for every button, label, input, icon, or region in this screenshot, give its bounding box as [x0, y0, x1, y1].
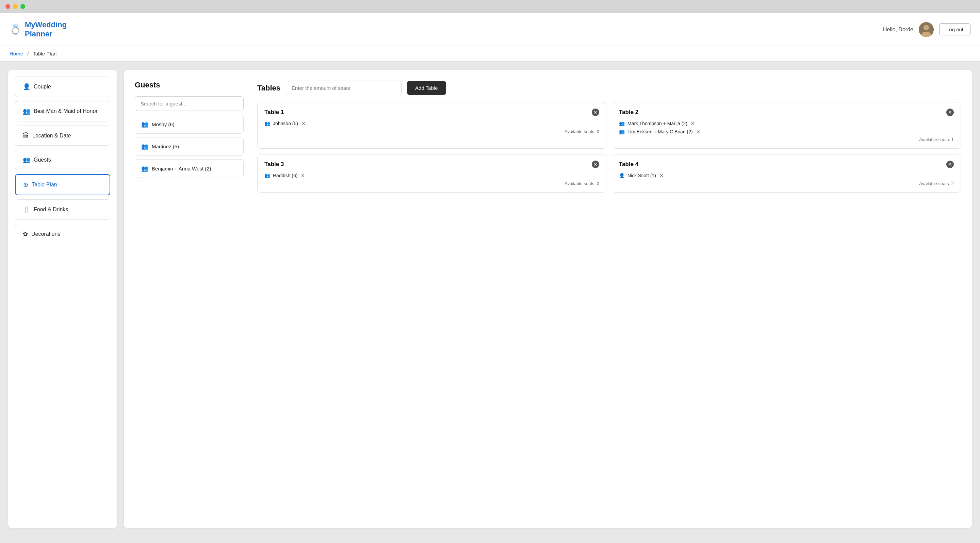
- table-1-guest-label-0: Johnson (5): [273, 121, 298, 126]
- tables-section: Tables Add Table Table 1 ✕ 👥 Johnson (5): [257, 81, 961, 192]
- table-3-header: Table 3 ✕: [264, 160, 599, 168]
- table-4-guest-label-0: Nick Scott (1): [627, 173, 656, 178]
- table-2-guest-remove-1[interactable]: ✕: [696, 129, 700, 134]
- table-2-guest-row-0: 👥 Mark Thompson + Marija (2) ✕: [619, 121, 954, 126]
- best-man-icon: 👥: [23, 108, 30, 115]
- location-icon: 🏛: [23, 132, 29, 139]
- sidebar-item-table-plan[interactable]: ⊕ Table Plan: [15, 174, 110, 195]
- window-maximize-button[interactable]: [21, 4, 25, 9]
- guest-label-0: Mosby (6): [152, 121, 175, 127]
- add-table-button[interactable]: Add Table: [407, 81, 446, 95]
- guests-section: Guests 👥 Mosby (6) 👥 Martinez (5) 👥 Benj…: [135, 81, 243, 192]
- guest-search-input[interactable]: [135, 96, 243, 111]
- header-right: Hello, Đorđe Log out: [883, 22, 970, 37]
- tables-grid: Table 1 ✕ 👥 Johnson (5) ✕ Available seat…: [257, 102, 961, 192]
- logo-icon: 💍: [10, 24, 21, 35]
- table-2-remove-button[interactable]: ✕: [946, 108, 954, 116]
- content-grid: Guests 👥 Mosby (6) 👥 Martinez (5) 👥 Benj…: [135, 81, 961, 192]
- breadcrumb-separator: /: [27, 51, 29, 57]
- table-2-guest-remove-0[interactable]: ✕: [691, 121, 695, 126]
- table-4-guest-row-0: 👤 Nick Scott (1) ✕: [619, 173, 954, 178]
- sidebar-item-couple-label: Couple: [34, 84, 51, 90]
- table-card-4: Table 4 ✕ 👤 Nick Scott (1) ✕ Available s…: [612, 154, 961, 192]
- table-2-guest-label-0: Mark Thompson + Marija (2): [627, 121, 687, 126]
- guest-item-benjamin[interactable]: 👥 Benjamin + Anna West (2): [135, 159, 243, 178]
- sidebar-item-table-plan-label: Table Plan: [32, 182, 57, 188]
- app-header: 💍 MyWedding Planner Hello, Đorđe Log out: [0, 13, 980, 46]
- table-3-guest-icon-0: 👥: [264, 173, 270, 178]
- decorations-icon: ✿: [23, 230, 28, 238]
- logout-button[interactable]: Log out: [939, 24, 970, 35]
- sidebar-item-guests-label: Guests: [34, 157, 51, 163]
- sidebar-item-decorations-label: Decorations: [31, 231, 60, 237]
- tables-header: Tables Add Table: [257, 81, 961, 95]
- table-1-name: Table 1: [264, 109, 284, 116]
- table-2-guest-icon-0: 👥: [619, 121, 625, 126]
- table-3-name: Table 3: [264, 161, 284, 168]
- breadcrumb: Home / Table Plan: [0, 46, 980, 62]
- table-2-header: Table 2 ✕: [619, 108, 954, 116]
- sidebar-item-location[interactable]: 🏛 Location & Date: [15, 125, 110, 146]
- window-minimize-button[interactable]: [13, 4, 18, 9]
- couple-icon: 👤: [23, 83, 30, 90]
- table-1-available-seats: Available seats: 0: [264, 129, 599, 134]
- table-card-1: Table 1 ✕ 👥 Johnson (5) ✕ Available seat…: [257, 102, 606, 149]
- logo: 💍 MyWedding Planner: [10, 21, 67, 38]
- sidebar-item-best-man-label: Best Man & Maid of Honor: [34, 108, 98, 114]
- table-4-guest-icon-0: 👤: [619, 173, 625, 178]
- table-2-guest-icon-1: 👥: [619, 129, 625, 134]
- table-1-remove-button[interactable]: ✕: [592, 108, 599, 116]
- table-card-2: Table 2 ✕ 👥 Mark Thompson + Marija (2) ✕…: [612, 102, 961, 149]
- table-2-guest-label-1: Tim Eriksen + Mary O'Brian (2): [627, 129, 693, 134]
- seats-amount-input[interactable]: [286, 81, 401, 95]
- sidebar-item-food[interactable]: 🍴 Food & Drinks: [15, 199, 110, 220]
- main-wrapper: 👤 Couple 👥 Best Man & Maid of Honor 🏛 Lo…: [0, 62, 980, 537]
- table-3-guest-label-0: Haddish (6): [273, 173, 298, 178]
- tables-title: Tables: [257, 84, 280, 92]
- table-4-header: Table 4 ✕: [619, 160, 954, 168]
- sidebar-item-decorations[interactable]: ✿ Decorations: [15, 224, 110, 244]
- table-1-guest-remove-0[interactable]: ✕: [301, 121, 305, 126]
- sidebar-item-guests[interactable]: 👥 Guests: [15, 150, 110, 170]
- guest-label-2: Benjamin + Anna West (2): [152, 166, 211, 171]
- table-3-available-seats: Available seats: 0: [264, 181, 599, 186]
- food-icon: 🍴: [23, 206, 30, 213]
- table-3-guest-row-0: 👥 Haddish (6) ✕: [264, 173, 599, 178]
- sidebar-item-couple[interactable]: 👤 Couple: [15, 76, 110, 97]
- sidebar: 👤 Couple 👥 Best Man & Maid of Honor 🏛 Lo…: [8, 70, 117, 529]
- sidebar-item-best-man[interactable]: 👥 Best Man & Maid of Honor: [15, 101, 110, 121]
- sidebar-item-food-label: Food & Drinks: [34, 206, 68, 213]
- table-4-guest-remove-0[interactable]: ✕: [659, 173, 663, 178]
- main-panel: Guests 👥 Mosby (6) 👥 Martinez (5) 👥 Benj…: [124, 70, 972, 529]
- avatar: [919, 22, 934, 37]
- table-1-guest-row-0: 👥 Johnson (5) ✕: [264, 121, 599, 126]
- guests-icon: 👥: [23, 156, 30, 164]
- table-1-guest-icon-0: 👥: [264, 121, 270, 126]
- table-2-guest-row-1: 👥 Tim Eriksen + Mary O'Brian (2) ✕: [619, 129, 954, 134]
- table-4-available-seats: Available seats: 2: [619, 181, 954, 186]
- guest-item-martinez[interactable]: 👥 Martinez (5): [135, 137, 243, 156]
- table-1-header: Table 1 ✕: [264, 108, 599, 116]
- guests-title: Guests: [135, 81, 243, 89]
- guest-group-icon-1: 👥: [141, 143, 148, 150]
- breadcrumb-home[interactable]: Home: [10, 51, 23, 57]
- guest-group-icon-2: 👥: [141, 165, 148, 172]
- window-close-button[interactable]: [5, 4, 10, 9]
- logo-text: MyWedding Planner: [25, 21, 67, 38]
- greeting-text: Hello, Đorđe: [883, 27, 913, 33]
- guest-item-mosby[interactable]: 👥 Mosby (6): [135, 115, 243, 134]
- table-4-name: Table 4: [619, 161, 638, 168]
- table-2-name: Table 2: [619, 109, 638, 116]
- table-3-guest-remove-0[interactable]: ✕: [301, 173, 305, 178]
- guest-label-1: Martinez (5): [152, 144, 179, 149]
- breadcrumb-current: Table Plan: [33, 51, 56, 57]
- table-card-3: Table 3 ✕ 👥 Haddish (6) ✕ Available seat…: [257, 154, 606, 192]
- table-2-available-seats: Available seats: 1: [619, 137, 954, 142]
- window-chrome: [0, 0, 980, 13]
- table-4-remove-button[interactable]: ✕: [946, 160, 954, 168]
- table-plan-icon: ⊕: [23, 181, 28, 189]
- sidebar-item-location-label: Location & Date: [32, 133, 71, 139]
- guest-group-icon-0: 👥: [141, 121, 148, 128]
- svg-point-1: [924, 25, 929, 30]
- table-3-remove-button[interactable]: ✕: [592, 160, 599, 168]
